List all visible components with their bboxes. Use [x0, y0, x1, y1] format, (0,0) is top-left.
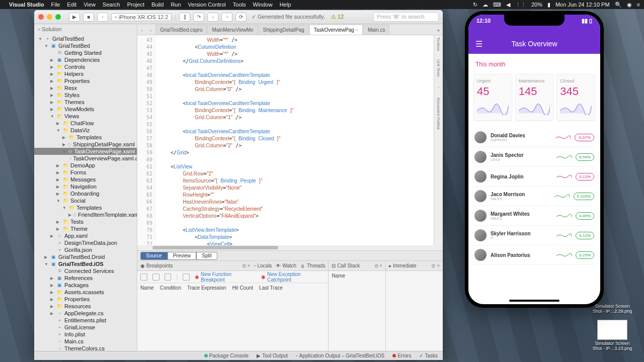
tree-item[interactable]: ▫Info.plist [34, 331, 137, 338]
tab[interactable]: Main.cs [363, 25, 389, 35]
tree-item[interactable]: ▫Gorilla.json [34, 246, 137, 253]
stat-card[interactable]: Urgent45 [473, 74, 512, 121]
person-row[interactable]: Margaret WhitesSALES 0.45% [473, 206, 595, 226]
bp-tool-btn[interactable] [165, 274, 172, 281]
tree-item[interactable]: ▶📁Styles [34, 92, 137, 99]
tree-item[interactable]: ▫TaskOverviewPage.xaml.cs [34, 155, 137, 162]
immediate-tab[interactable]: ▸ Immediate [389, 263, 416, 268]
tree-item[interactable]: ▶📁Properties [34, 77, 137, 84]
menu-app[interactable]: Visual Studio [9, 2, 44, 8]
run-button[interactable]: ▶ [69, 13, 80, 22]
close-icon[interactable] [38, 14, 44, 20]
menu-vc[interactable]: Version Control [188, 2, 226, 8]
pin-icon[interactable]: ⊘ × [242, 263, 251, 268]
menu-window[interactable]: Window [253, 2, 273, 8]
sync-icon[interactable]: ↻ [473, 2, 477, 8]
person-row[interactable]: Regina Joplin 0.12% [473, 167, 595, 187]
tree-item[interactable]: ⚐Getting Started [34, 49, 137, 56]
tree-item[interactable]: ▶📁Forms [34, 169, 137, 176]
home-indicator[interactable] [509, 300, 559, 302]
person-row[interactable]: Jaco MorrisonSALES 0.103% [473, 187, 595, 206]
properties-tab[interactable]: ▫ [436, 85, 441, 89]
tree-item[interactable]: ▫Entitlements.plist [34, 317, 137, 324]
tree-droid[interactable]: ▶▣GrialTestBed.Droid [34, 253, 137, 260]
tree-item[interactable]: ▫Main.cs [34, 338, 137, 345]
wifi-icon[interactable]: ⋮⋮ [515, 2, 526, 8]
tree-item[interactable]: ▼📁Templates [34, 204, 137, 211]
minimize-icon[interactable] [47, 14, 52, 20]
menu-build[interactable]: Build [151, 2, 164, 8]
menu-tools[interactable]: Tools [233, 2, 246, 8]
person-row[interactable]: Donald DaviesSUPPORT -0.87% [473, 128, 595, 147]
step-over-button[interactable]: ↷ [193, 13, 204, 22]
tree-item[interactable]: ▫DesignTimeData.json [34, 239, 137, 246]
bp-tool-btn[interactable] [183, 274, 190, 281]
tab-fwd-button[interactable]: › [146, 26, 155, 35]
tree-item[interactable]: ▶📁Controls [34, 63, 137, 70]
person-row[interactable]: Skyler HarrissonIT 0.12% [473, 226, 595, 245]
refresh-button[interactable]: ⟳ [235, 13, 247, 22]
code-editor[interactable]: Width="*" /> <ColumnDefinition Width="*"… [155, 35, 434, 245]
tree-item[interactable]: ▶📁DemoApp [34, 162, 137, 169]
menu-edit[interactable]: Edit [67, 2, 76, 8]
tree-item[interactable]: ▶📁ChatFlow [34, 120, 137, 127]
bp-tool-btn[interactable] [152, 274, 159, 281]
side-toolbox[interactable]: Toolbox Unit Tests ▫ Document Outline [434, 35, 443, 245]
errors-pad[interactable]: Errors [392, 353, 411, 358]
unit-tests-tab[interactable]: Unit Tests [436, 59, 441, 77]
new-func-bp[interactable]: ◉New Function Breakpoint [195, 272, 256, 283]
menu-search[interactable]: Search [103, 2, 120, 8]
hamburger-icon[interactable]: ☰ [475, 39, 482, 49]
tree-solution[interactable]: ▼▫GrialTestBed [34, 35, 137, 42]
spotlight-icon[interactable]: 🔍 [615, 2, 622, 8]
tab[interactable]: MainMenuViewMo [207, 25, 258, 35]
stat-card[interactable]: Closed345 [556, 74, 595, 121]
step-in-button[interactable]: ↓ [207, 13, 218, 22]
warning-badge[interactable]: ⚠ 12 [331, 14, 344, 20]
pkg-console[interactable]: Package Console [204, 353, 249, 358]
new-exc-cp[interactable]: ◉New Exception Catchpoint [261, 272, 325, 283]
tree-item[interactable]: ▶▣Dependencies [34, 56, 137, 63]
bp-tool-btn[interactable] [140, 274, 147, 281]
tab[interactable]: GrialTestBed.cspro [155, 25, 207, 35]
tree-item[interactable]: ▶📁Templates [34, 134, 137, 141]
tree-item[interactable]: ▶📁Messages [34, 176, 137, 183]
breakpoints-tab[interactable]: ◉ Breakpoints [140, 263, 173, 268]
tree-item[interactable]: ▶▣References [34, 275, 137, 282]
tree-item[interactable]: ▶📁Onboarding [34, 190, 137, 197]
tree-item[interactable]: ▶◇FriendItemTemplate.xaml [34, 211, 137, 218]
menu-file[interactable]: File [51, 2, 60, 8]
locals-tab[interactable]: ▫ Locals [254, 263, 272, 268]
step-out-button[interactable]: ↑ [221, 13, 232, 22]
view-source[interactable]: Source [140, 252, 168, 260]
view-split[interactable]: Split [196, 252, 217, 260]
vol-icon[interactable]: ◀ [506, 2, 510, 8]
tree-views[interactable]: ▼📁Views [34, 113, 137, 120]
menu-help[interactable]: Help [280, 2, 291, 8]
tab-back-button[interactable]: ‹ [137, 26, 146, 35]
menu-project[interactable]: Project [127, 2, 144, 8]
threads-tab[interactable]: ⫼ Threads [300, 263, 325, 268]
toolbox-tab[interactable]: Toolbox [436, 37, 441, 51]
tree-item[interactable]: ▫ThemeColors.cs [34, 345, 137, 351]
pin-icon[interactable]: ⊘ × [431, 263, 440, 268]
tab-active[interactable]: TaskOverviewPag○ [309, 25, 363, 35]
tree-social[interactable]: ▼📁Social [34, 197, 137, 204]
tree-item[interactable]: ▶📁Assets.xcassets [34, 289, 137, 296]
tree-project[interactable]: ▼▣GrialTestBed [34, 42, 137, 49]
tree-item[interactable]: ▶📁Theme [34, 225, 137, 232]
bt-icon[interactable]: ⌨ [493, 2, 501, 8]
device-selector[interactable]: ▫ iPhone XR iOS 12.2 [111, 13, 172, 21]
desktop-file[interactable]: Simulator ScreenShot - iP…3.23.png [585, 320, 640, 351]
stat-card[interactable]: Maintenance145 [515, 74, 554, 121]
tree-item[interactable]: ▶▣Packages [34, 282, 137, 289]
tool-output[interactable]: ▶ Tool Output [257, 353, 288, 358]
tree-ios[interactable]: ▼▣GrialTestBed.iOS [34, 260, 137, 267]
tab[interactable]: ShippingDetailPag [259, 25, 309, 35]
doc-outline-tab[interactable]: Document Outline [436, 98, 441, 130]
menu-run[interactable]: Run [171, 2, 181, 8]
tree-item[interactable]: ▶📁Helpers [34, 70, 137, 77]
tree-item[interactable]: ▶📁Resources [34, 303, 137, 310]
app-output[interactable]: ▫ Application Output – GrialTestBed.iOS [296, 353, 384, 358]
watch-tab[interactable]: 👁 Watch [276, 263, 296, 268]
